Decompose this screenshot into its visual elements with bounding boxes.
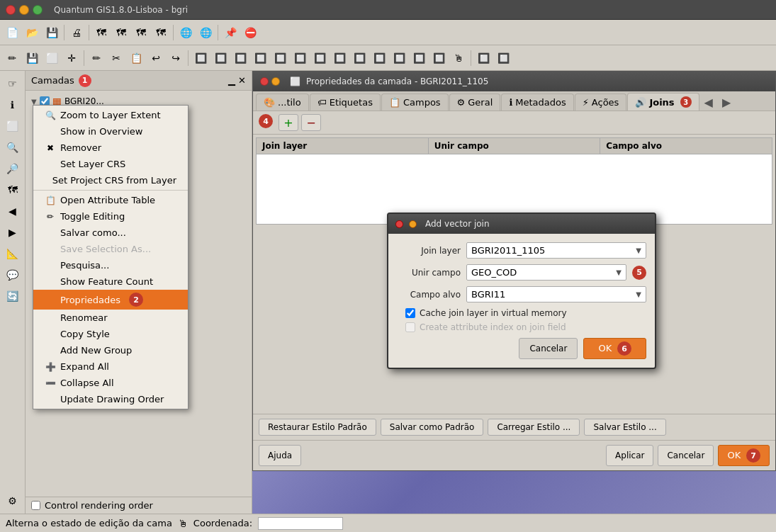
apply-button[interactable]: Aplicar [606, 445, 653, 466]
ctx-set-project-crs[interactable]: Set Project CRS from Layer [33, 172, 188, 188]
globe-icon-2[interactable]: 🌐 [196, 23, 215, 42]
zoom-prev-tool[interactable]: ◀ [3, 201, 23, 221]
pan-tool[interactable]: ☞ [3, 74, 23, 94]
ctx-toggle-editing[interactable]: ✏️ Toggle Editing [33, 208, 188, 225]
measure-tool[interactable]: 📐 [3, 244, 23, 264]
ctx-save-as[interactable]: Salvar como... [33, 225, 188, 241]
zoom-next-tool[interactable]: ▶ [3, 222, 23, 242]
ctx-pesquisa[interactable]: Pesquisa... [33, 257, 188, 273]
redo-icon[interactable]: ↪ [167, 49, 185, 67]
window-controls[interactable] [6, 5, 43, 15]
tool-11[interactable]: 🔲 [390, 49, 408, 67]
help-button[interactable]: Ajuda [259, 445, 301, 466]
globe-icon-1[interactable]: 🌐 [176, 23, 195, 42]
campo-alvo-select[interactable]: BGRI11 ▼ [466, 286, 646, 302]
ctx-set-layer-crs[interactable]: Set Layer CRS [33, 156, 188, 172]
add-join-button[interactable]: + [279, 114, 298, 131]
ctx-add-new-group[interactable]: Add New Group [33, 342, 188, 358]
select-tool[interactable]: ⬜ [3, 116, 23, 136]
tab-nav-prev[interactable]: ◀ [700, 94, 717, 111]
tool-3[interactable]: 🔲 [231, 49, 249, 67]
undo-icon[interactable]: ↩ [147, 49, 165, 67]
tool-15[interactable]: 🔲 [494, 49, 512, 67]
remove-join-button[interactable]: − [301, 114, 321, 131]
pin-icon[interactable]: 📌 [221, 23, 240, 42]
ctx-open-attribute[interactable]: 📋 Open Attribute Table [33, 192, 188, 208]
dialog-controls[interactable] [260, 77, 280, 86]
tool-14[interactable]: 🔲 [474, 49, 493, 67]
new-icon[interactable]: 📄 [3, 23, 21, 42]
tab-nav-next[interactable]: ▶ [718, 94, 735, 111]
print-icon[interactable]: 🖨 [67, 23, 86, 42]
coordinate-input[interactable] [258, 517, 343, 530]
ctx-show-overview[interactable]: Show in Overview [33, 123, 188, 140]
tab-metadados[interactable]: ℹ Metadados [501, 94, 573, 111]
tool-4[interactable]: 🔲 [251, 49, 269, 67]
close-panel-icon[interactable]: ✕ [238, 75, 246, 86]
tool-5[interactable]: 🔲 [271, 49, 289, 67]
tab-campos[interactable]: 📋 Campos [381, 94, 449, 111]
vj-cancel-button[interactable]: Cancelar [519, 338, 578, 359]
tab-estilo[interactable]: 🎨 ...tilo [256, 94, 309, 111]
ctx-remove[interactable]: ✖ Remover [33, 140, 188, 156]
annotate-tool[interactable]: 💬 [3, 265, 23, 285]
copy-icon[interactable]: 📋 [127, 49, 145, 67]
zoom-out-tool[interactable]: 🔎 [3, 159, 23, 179]
ctx-zoom-extent[interactable]: 🔍 Zoom to Layer Extent [33, 107, 188, 123]
map-icon-1[interactable]: 🗺 [92, 23, 111, 42]
ctx-show-feature-count[interactable]: Show Feature Count [33, 273, 188, 290]
open-icon[interactable]: 📂 [23, 23, 41, 42]
refresh-tool[interactable]: 🔄 [3, 286, 23, 306]
cut-icon[interactable]: ✂ [107, 49, 125, 67]
select-rect-icon[interactable]: ⬜ [43, 49, 61, 67]
ctx-update-drawing-order[interactable]: Update Drawing Order [33, 391, 188, 407]
map-icon-3[interactable]: 🗺 [132, 23, 150, 42]
tool-12[interactable]: 🔲 [410, 49, 428, 67]
ctx-expand-all[interactable]: ➕ Expand All [33, 358, 188, 375]
tab-geral[interactable]: ⚙ Geral [449, 94, 501, 111]
close-button[interactable] [6, 5, 16, 15]
map-icon-2[interactable]: 🗺 [112, 23, 130, 42]
cursor-icon[interactable]: 🖱 [449, 49, 468, 67]
map-icon-4[interactable]: 🗺 [152, 23, 170, 42]
add-icon[interactable]: ✛ [62, 49, 81, 67]
pencil-icon[interactable]: ✏ [87, 49, 106, 67]
cache-join-checkbox[interactable] [405, 308, 415, 318]
dialog-min-button[interactable] [271, 77, 280, 86]
ctx-propriedades[interactable]: Propriedades 2 [33, 290, 188, 310]
edit-icon[interactable]: ✏️ [3, 49, 21, 67]
minimize-panel-icon[interactable]: ▁ [228, 75, 235, 86]
unir-campo-select[interactable]: GEO_COD ▼ [466, 264, 626, 281]
tool-2[interactable]: 🔲 [211, 49, 230, 67]
tool-10[interactable]: 🔲 [370, 49, 388, 67]
join-layer-select[interactable]: BGRI2011_1105 ▼ [466, 242, 646, 259]
vj-min-button[interactable] [409, 220, 417, 228]
settings-tool[interactable]: ⚙ [3, 491, 23, 511]
save2-icon[interactable]: 💾 [23, 49, 41, 67]
ok-button[interactable]: OK 7 [718, 445, 770, 466]
stop-icon[interactable]: ⛔ [241, 23, 259, 42]
tool-13[interactable]: 🔲 [429, 49, 448, 67]
zoom-full-tool[interactable]: 🗺 [3, 180, 23, 200]
dialog-close-button[interactable] [260, 77, 269, 86]
identify-tool[interactable]: ℹ [3, 95, 23, 115]
save-style-button[interactable]: Salvar Estilo ... [584, 419, 665, 436]
ctx-copy-style[interactable]: Copy Style [33, 326, 188, 342]
tool-7[interactable]: 🔲 [310, 49, 329, 67]
tab-etiquetas[interactable]: 🏷 Etiquetas [310, 94, 381, 111]
cancel-button[interactable]: Cancelar [658, 445, 714, 466]
minimize-button[interactable] [19, 5, 29, 15]
zoom-in-tool[interactable]: 🔍 [3, 137, 23, 157]
ctx-collapse-all[interactable]: ➖ Collapse All [33, 375, 188, 391]
restore-style-button[interactable]: Restaurar Estilo Padrão [259, 419, 376, 436]
tab-joins[interactable]: 🔊 Joins 3 [627, 93, 699, 111]
maximize-button[interactable] [33, 5, 43, 15]
ctx-renomear[interactable]: Renomear [33, 310, 188, 326]
vj-close-button[interactable] [395, 220, 403, 228]
tab-acoes[interactable]: ⚡ Ações [575, 94, 627, 111]
create-index-checkbox[interactable] [405, 322, 415, 332]
tool-8[interactable]: 🔲 [330, 49, 349, 67]
vj-ok-button[interactable]: OK 6 [583, 338, 646, 359]
load-style-button[interactable]: Carregar Estilo ... [488, 419, 580, 436]
tool-9[interactable]: 🔲 [350, 49, 369, 67]
